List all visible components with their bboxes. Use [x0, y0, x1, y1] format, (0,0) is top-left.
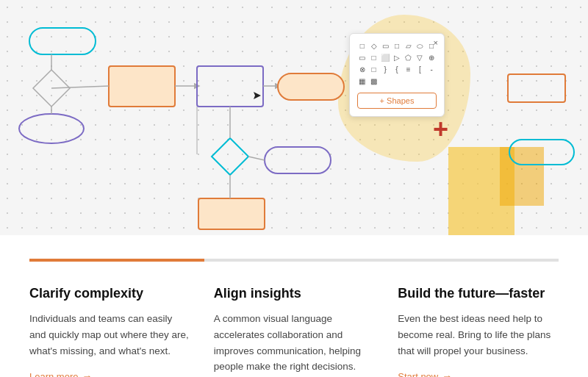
feature-1-title: Clarify complexity	[29, 285, 190, 302]
feature-1-arrow: →	[82, 370, 92, 377]
flowchart-svg	[0, 0, 588, 235]
svg-rect-10	[265, 147, 331, 173]
svg-rect-5	[197, 66, 263, 107]
diagram-section: +	[0, 0, 588, 235]
feature-2-desc: A common visual language accelerates col…	[214, 311, 375, 374]
feature-1-link-text: Learn more	[29, 371, 78, 377]
svg-point-2	[19, 114, 84, 143]
feature-3-arrow: →	[442, 370, 452, 377]
progress-fill	[29, 259, 204, 262]
feature-clarify: Clarify complexity Individuals and teams…	[29, 285, 190, 377]
progress-bar	[29, 259, 559, 262]
features-grid: Clarify complexity Individuals and teams…	[29, 285, 559, 377]
close-icon[interactable]: ×	[434, 38, 438, 47]
progress-rest	[204, 259, 559, 262]
feature-1-link[interactable]: Learn more →	[29, 370, 190, 377]
svg-line-16	[248, 157, 265, 160]
svg-rect-0	[29, 28, 96, 54]
content-section: Clarify complexity Individuals and teams…	[0, 235, 588, 377]
svg-marker-6	[254, 92, 261, 99]
feature-3-desc: Even the best ideas need help to become …	[398, 311, 559, 359]
svg-rect-8	[278, 73, 344, 100]
plus-icon: +	[433, 114, 448, 145]
shape-icons-grid: □ ◇ ▭ □ ▱ ⬭ □ ▭ □ ⬜ ▷ ⬠ ▽ ⊕ ⊗ □ } { ≡ [ …	[357, 41, 437, 87]
feature-3-link[interactable]: Start now →	[398, 370, 559, 377]
feature-build: Build the future—faster Even the best id…	[398, 285, 559, 377]
feature-2-title: Align insights	[214, 285, 375, 302]
svg-line-14	[51, 86, 109, 88]
shapes-panel: × □ ◇ ▭ □ ▱ ⬭ □ ▭ □ ⬜ ▷ ⬠ ▽ ⊕ ⊗ □ } { ≡ …	[349, 33, 445, 117]
svg-rect-11	[198, 198, 265, 229]
feature-align: Align insights A common visual language …	[214, 285, 375, 377]
svg-marker-9	[212, 138, 248, 175]
feature-1-desc: Individuals and teams can easily and qui…	[29, 311, 190, 359]
svg-rect-3	[109, 66, 175, 107]
add-shapes-button[interactable]: + Shapes	[357, 93, 437, 109]
feature-3-title: Build the future—faster	[398, 285, 559, 302]
feature-3-link-text: Start now	[398, 371, 438, 377]
